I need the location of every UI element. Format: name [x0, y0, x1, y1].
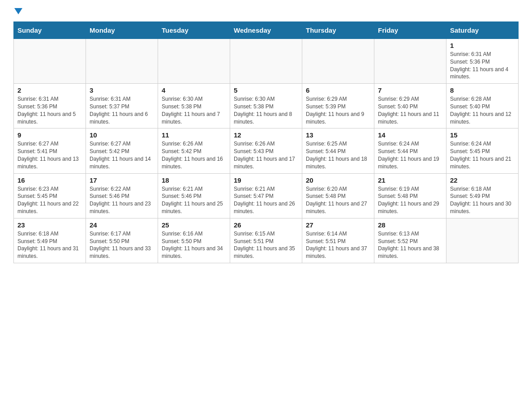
day-info: Sunrise: 6:20 AMSunset: 5:48 PMDaylight:… [306, 185, 370, 215]
day-number: 25 [162, 221, 226, 229]
calendar-cell [14, 39, 86, 84]
calendar-cell [86, 39, 158, 84]
calendar-cell: 4Sunrise: 6:30 AMSunset: 5:38 PMDaylight… [158, 84, 230, 128]
day-number: 7 [378, 86, 442, 94]
calendar-cell: 14Sunrise: 6:24 AMSunset: 5:44 PMDayligh… [374, 128, 446, 173]
calendar-cell: 15Sunrise: 6:24 AMSunset: 5:45 PMDayligh… [446, 128, 519, 173]
calendar-cell: 28Sunrise: 6:13 AMSunset: 5:52 PMDayligh… [374, 218, 446, 263]
logo [13, 9, 22, 13]
calendar-cell: 1Sunrise: 6:31 AMSunset: 5:36 PMDaylight… [446, 39, 519, 84]
day-number: 21 [378, 176, 442, 184]
day-info: Sunrise: 6:25 AMSunset: 5:44 PMDaylight:… [306, 140, 370, 170]
day-info: Sunrise: 6:29 AMSunset: 5:40 PMDaylight:… [378, 95, 442, 125]
day-info: Sunrise: 6:16 AMSunset: 5:50 PMDaylight:… [162, 230, 226, 260]
calendar-header-row: Sunday Monday Tuesday Wednesday Thursday… [14, 22, 519, 39]
day-number: 3 [90, 86, 154, 94]
day-number: 27 [306, 221, 370, 229]
calendar-week-row: 9Sunrise: 6:27 AMSunset: 5:41 PMDaylight… [14, 128, 519, 173]
day-info: Sunrise: 6:27 AMSunset: 5:41 PMDaylight:… [17, 140, 82, 170]
day-number: 5 [234, 86, 298, 94]
calendar-week-row: 1Sunrise: 6:31 AMSunset: 5:36 PMDaylight… [14, 39, 519, 84]
calendar-cell [302, 39, 374, 84]
calendar-cell: 6Sunrise: 6:29 AMSunset: 5:39 PMDaylight… [302, 84, 374, 128]
day-number: 23 [17, 221, 82, 229]
day-number: 22 [450, 176, 515, 184]
calendar-cell: 24Sunrise: 6:17 AMSunset: 5:50 PMDayligh… [86, 218, 158, 263]
day-number: 1 [450, 42, 515, 49]
calendar-cell: 23Sunrise: 6:18 AMSunset: 5:49 PMDayligh… [14, 218, 86, 263]
day-info: Sunrise: 6:27 AMSunset: 5:42 PMDaylight:… [90, 140, 154, 170]
calendar-cell: 21Sunrise: 6:19 AMSunset: 5:48 PMDayligh… [374, 173, 446, 218]
day-info: Sunrise: 6:28 AMSunset: 5:40 PMDaylight:… [450, 95, 515, 125]
logo-text [13, 9, 22, 14]
day-number: 4 [162, 86, 226, 94]
day-info: Sunrise: 6:23 AMSunset: 5:45 PMDaylight:… [17, 185, 82, 215]
calendar-cell: 16Sunrise: 6:23 AMSunset: 5:45 PMDayligh… [14, 173, 86, 218]
calendar-cell: 11Sunrise: 6:26 AMSunset: 5:42 PMDayligh… [158, 128, 230, 173]
calendar-cell [446, 218, 519, 263]
day-number: 24 [90, 221, 154, 229]
day-info: Sunrise: 6:18 AMSunset: 5:49 PMDaylight:… [17, 230, 82, 260]
day-number: 8 [450, 86, 515, 94]
day-info: Sunrise: 6:31 AMSunset: 5:37 PMDaylight:… [90, 95, 154, 125]
calendar-cell: 5Sunrise: 6:30 AMSunset: 5:38 PMDaylight… [230, 84, 302, 128]
day-number: 10 [90, 131, 154, 139]
day-info: Sunrise: 6:29 AMSunset: 5:39 PMDaylight:… [306, 95, 370, 125]
header-thursday: Thursday [302, 22, 374, 39]
day-info: Sunrise: 6:31 AMSunset: 5:36 PMDaylight:… [450, 51, 515, 81]
day-info: Sunrise: 6:21 AMSunset: 5:47 PMDaylight:… [234, 185, 298, 215]
header [13, 9, 519, 13]
day-info: Sunrise: 6:21 AMSunset: 5:46 PMDaylight:… [162, 185, 226, 215]
day-info: Sunrise: 6:14 AMSunset: 5:51 PMDaylight:… [306, 230, 370, 260]
day-info: Sunrise: 6:30 AMSunset: 5:38 PMDaylight:… [234, 95, 298, 125]
logo-triangle [14, 8, 22, 14]
day-info: Sunrise: 6:26 AMSunset: 5:42 PMDaylight:… [162, 140, 226, 170]
calendar-table: Sunday Monday Tuesday Wednesday Thursday… [13, 21, 519, 263]
header-saturday: Saturday [446, 22, 519, 39]
day-number: 2 [17, 86, 82, 94]
day-number: 11 [162, 131, 226, 139]
calendar-cell: 3Sunrise: 6:31 AMSunset: 5:37 PMDaylight… [86, 84, 158, 128]
day-number: 16 [17, 176, 82, 184]
header-wednesday: Wednesday [230, 22, 302, 39]
day-info: Sunrise: 6:31 AMSunset: 5:36 PMDaylight:… [17, 95, 82, 125]
day-info: Sunrise: 6:24 AMSunset: 5:45 PMDaylight:… [450, 140, 515, 170]
day-info: Sunrise: 6:26 AMSunset: 5:43 PMDaylight:… [234, 140, 298, 170]
calendar-week-row: 23Sunrise: 6:18 AMSunset: 5:49 PMDayligh… [14, 218, 519, 263]
calendar-cell: 12Sunrise: 6:26 AMSunset: 5:43 PMDayligh… [230, 128, 302, 173]
day-info: Sunrise: 6:30 AMSunset: 5:38 PMDaylight:… [162, 95, 226, 125]
calendar-cell: 8Sunrise: 6:28 AMSunset: 5:40 PMDaylight… [446, 84, 519, 128]
calendar-cell: 22Sunrise: 6:18 AMSunset: 5:49 PMDayligh… [446, 173, 519, 218]
day-number: 15 [450, 131, 515, 139]
calendar-week-row: 2Sunrise: 6:31 AMSunset: 5:36 PMDaylight… [14, 84, 519, 128]
day-number: 18 [162, 176, 226, 184]
header-monday: Monday [86, 22, 158, 39]
header-sunday: Sunday [14, 22, 86, 39]
day-number: 17 [90, 176, 154, 184]
calendar-cell [158, 39, 230, 84]
day-info: Sunrise: 6:18 AMSunset: 5:49 PMDaylight:… [450, 185, 515, 215]
header-friday: Friday [374, 22, 446, 39]
day-info: Sunrise: 6:15 AMSunset: 5:51 PMDaylight:… [234, 230, 298, 260]
calendar-cell: 20Sunrise: 6:20 AMSunset: 5:48 PMDayligh… [302, 173, 374, 218]
day-number: 6 [306, 86, 370, 94]
calendar-cell: 7Sunrise: 6:29 AMSunset: 5:40 PMDaylight… [374, 84, 446, 128]
day-info: Sunrise: 6:19 AMSunset: 5:48 PMDaylight:… [378, 185, 442, 215]
day-info: Sunrise: 6:24 AMSunset: 5:44 PMDaylight:… [378, 140, 442, 170]
calendar-week-row: 16Sunrise: 6:23 AMSunset: 5:45 PMDayligh… [14, 173, 519, 218]
calendar-cell: 10Sunrise: 6:27 AMSunset: 5:42 PMDayligh… [86, 128, 158, 173]
calendar-cell: 13Sunrise: 6:25 AMSunset: 5:44 PMDayligh… [302, 128, 374, 173]
calendar-cell: 27Sunrise: 6:14 AMSunset: 5:51 PMDayligh… [302, 218, 374, 263]
day-number: 26 [234, 221, 298, 229]
calendar-cell: 2Sunrise: 6:31 AMSunset: 5:36 PMDaylight… [14, 84, 86, 128]
calendar-cell [374, 39, 446, 84]
calendar-cell: 19Sunrise: 6:21 AMSunset: 5:47 PMDayligh… [230, 173, 302, 218]
day-number: 28 [378, 221, 442, 229]
calendar-cell: 17Sunrise: 6:22 AMSunset: 5:46 PMDayligh… [86, 173, 158, 218]
day-number: 9 [17, 131, 82, 139]
calendar-cell: 25Sunrise: 6:16 AMSunset: 5:50 PMDayligh… [158, 218, 230, 263]
day-info: Sunrise: 6:13 AMSunset: 5:52 PMDaylight:… [378, 230, 442, 260]
day-number: 12 [234, 131, 298, 139]
calendar-cell: 9Sunrise: 6:27 AMSunset: 5:41 PMDaylight… [14, 128, 86, 173]
calendar-cell: 18Sunrise: 6:21 AMSunset: 5:46 PMDayligh… [158, 173, 230, 218]
